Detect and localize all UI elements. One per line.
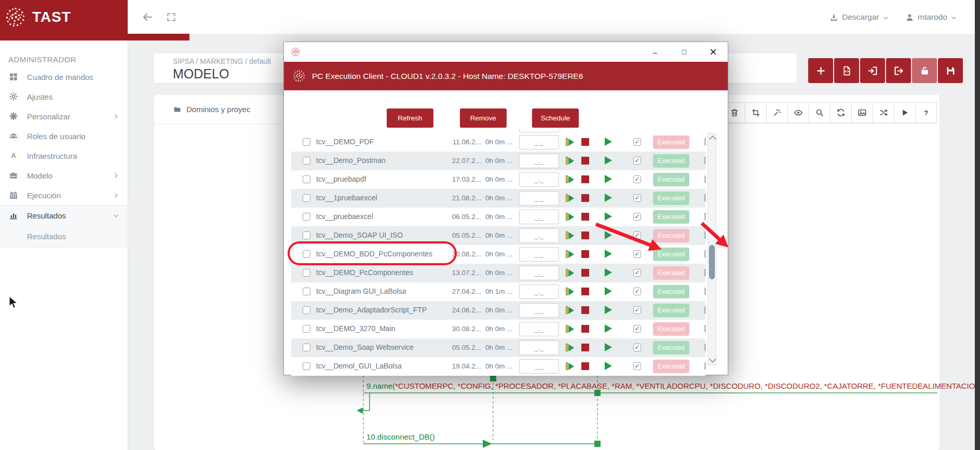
test-case-row[interactable]: tcv__DEMO_BDD_PcComponentes30.08.2...0h … xyxy=(291,245,705,264)
test-case-row[interactable]: tcv__pruebaexcel06.05.2...0h 0m ..._._✓E… xyxy=(291,208,705,226)
time-input[interactable]: _._ xyxy=(519,284,559,299)
results-file-button[interactable] xyxy=(703,249,705,258)
stop-button[interactable] xyxy=(581,344,589,351)
enabled-checkbox[interactable]: ✓ xyxy=(633,157,641,165)
row-checkbox[interactable] xyxy=(303,306,310,314)
run-step-button[interactable] xyxy=(566,175,574,183)
close-button[interactable]: × xyxy=(699,42,728,62)
maximize-button[interactable]: □ xyxy=(670,42,699,62)
enabled-checkbox[interactable]: ✓ xyxy=(633,325,641,333)
results-file-button[interactable] xyxy=(703,343,705,352)
row-checkbox[interactable] xyxy=(303,288,310,295)
run-step-button[interactable] xyxy=(566,325,574,333)
test-case-row[interactable]: tcv__DEMO_3270_Main30.08.2...0h 0m ..._.… xyxy=(291,320,705,338)
refresh-button[interactable]: Refresh xyxy=(387,108,433,128)
toolbar-search-button[interactable] xyxy=(809,102,831,123)
test-case-row[interactable]: tcv__1pruebaexcel21.08.2...0h 0m ..._._✓… xyxy=(291,189,705,208)
enabled-checkbox[interactable]: ✓ xyxy=(633,269,641,277)
row-checkbox[interactable] xyxy=(303,157,310,165)
run-button[interactable] xyxy=(605,194,612,202)
run-button[interactable] xyxy=(605,250,612,258)
run-step-button[interactable] xyxy=(566,306,574,314)
time-input[interactable]: _._ xyxy=(519,210,559,224)
results-file-button[interactable] xyxy=(703,305,705,315)
time-input[interactable]: _._ xyxy=(519,247,559,262)
sign-out-button[interactable] xyxy=(886,58,911,83)
results-file-button[interactable] xyxy=(703,230,705,240)
save-button[interactable] xyxy=(938,58,963,83)
run-step-button[interactable] xyxy=(566,194,574,202)
scrollbar-thumb[interactable] xyxy=(709,245,715,279)
enabled-checkbox[interactable]: ✓ xyxy=(633,213,641,221)
time-input[interactable]: _._ xyxy=(519,154,559,168)
test-case-row[interactable]: tcv__Demo_Soap Webservice05.05.2...0h 0m… xyxy=(291,338,705,357)
row-checkbox[interactable] xyxy=(303,250,310,258)
results-file-button[interactable] xyxy=(703,324,705,333)
sidebar-item-infraestructura[interactable]: AInfraestructura xyxy=(0,146,128,166)
test-case-row[interactable]: tcv__Demol_GUI_LaBolsa19.04.2...0h 0m ..… xyxy=(291,357,705,376)
scroll-down-icon[interactable] xyxy=(709,356,716,363)
test-case-row[interactable]: tcv__pruebapdf17.03.2...0h 0m ..._._✓Exe… xyxy=(291,170,705,189)
run-step-button[interactable] xyxy=(566,344,574,351)
toolbar-question-button[interactable]: ? xyxy=(915,102,937,123)
time-input[interactable]: _._ xyxy=(519,228,559,243)
download-menu[interactable]: Descargar xyxy=(829,0,889,34)
stop-button[interactable] xyxy=(581,213,589,221)
enabled-checkbox[interactable]: ✓ xyxy=(633,362,641,370)
run-button[interactable] xyxy=(605,156,612,165)
run-step-button[interactable] xyxy=(566,231,574,239)
row-checkbox[interactable] xyxy=(303,231,310,239)
results-file-button[interactable] xyxy=(703,174,705,184)
run-step-button[interactable] xyxy=(566,288,574,295)
sidebar-item-modelo[interactable]: Modelo xyxy=(0,166,128,185)
stop-button[interactable] xyxy=(581,288,589,295)
sign-in-button[interactable] xyxy=(860,58,885,83)
results-file-button[interactable] xyxy=(703,137,705,146)
test-case-row[interactable]: tcv__Diagram GUI_LaBolsa27.04.2...0h 1m … xyxy=(291,282,705,301)
results-file-button[interactable] xyxy=(703,361,705,371)
file-code-button[interactable] xyxy=(834,58,859,83)
toolbar-magic-wand-button[interactable] xyxy=(766,102,788,123)
toolbar-crop-button[interactable] xyxy=(745,102,767,123)
test-case-row[interactable]: tcv__DEMO_PDF11.06.2...0h 0m ..._._✓Exec… xyxy=(291,133,705,152)
sidebar-item-ejecuci-n[interactable]: Ejecución xyxy=(0,185,128,205)
toolbar-image-button[interactable] xyxy=(851,102,873,123)
stop-button[interactable] xyxy=(581,306,589,314)
sidebar-item-resultados[interactable]: Resultados xyxy=(0,206,128,225)
row-checkbox[interactable] xyxy=(303,344,310,351)
stop-button[interactable] xyxy=(581,194,589,202)
toolbar-shuffle-button[interactable] xyxy=(873,102,894,123)
row-checkbox[interactable] xyxy=(303,325,310,333)
back-button[interactable] xyxy=(141,11,154,23)
stop-button[interactable] xyxy=(581,250,589,258)
enabled-checkbox[interactable]: ✓ xyxy=(633,231,641,239)
row-checkbox[interactable] xyxy=(303,138,310,146)
stop-button[interactable] xyxy=(581,138,589,146)
run-step-button[interactable] xyxy=(566,157,574,165)
row-checkbox[interactable] xyxy=(303,362,310,370)
enabled-checkbox[interactable]: ✓ xyxy=(633,344,641,351)
table-scrollbar[interactable] xyxy=(707,133,716,365)
sidebar-item-ajustes[interactable]: Ajustes xyxy=(0,87,128,106)
row-checkbox[interactable] xyxy=(303,194,310,202)
enabled-checkbox[interactable]: ✓ xyxy=(633,250,641,258)
results-file-button[interactable] xyxy=(703,287,705,296)
sidebar-item-roles-de-usuario[interactable]: Roles de usuario xyxy=(0,126,128,146)
run-button[interactable] xyxy=(605,362,612,370)
run-button[interactable] xyxy=(605,343,612,351)
run-step-button[interactable] xyxy=(566,138,574,146)
run-step-button[interactable] xyxy=(566,213,574,221)
time-input[interactable]: _._ xyxy=(519,303,559,318)
row-checkbox[interactable] xyxy=(303,175,310,183)
domains-projects-tab[interactable]: Dominios y proyec xyxy=(173,95,250,124)
fullscreen-button[interactable] xyxy=(166,12,176,22)
toolbar-play-button[interactable] xyxy=(894,102,916,123)
sidebar-item-personalizar[interactable]: Personalizar xyxy=(0,106,128,126)
results-file-button[interactable] xyxy=(703,156,705,165)
run-step-button[interactable] xyxy=(566,362,574,370)
run-button[interactable] xyxy=(605,138,612,146)
test-case-row[interactable]: tcv__Demo_SOAP UI_ISO05.05.2...0h 0m ...… xyxy=(291,226,705,245)
stop-button[interactable] xyxy=(581,231,589,239)
test-case-row[interactable]: tcv__DEMO_PcComponentes13.07.2...0h 0m .… xyxy=(291,264,705,282)
toolbar-eye-button[interactable] xyxy=(787,102,809,123)
